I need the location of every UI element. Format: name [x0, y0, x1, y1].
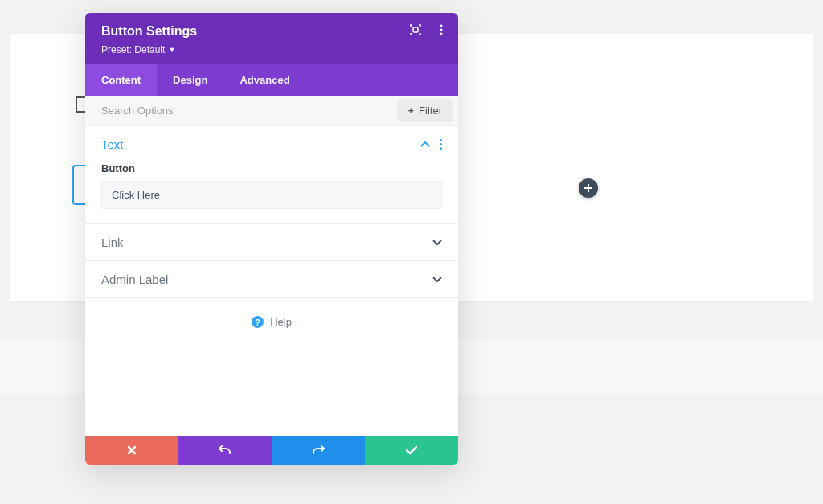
expand-icon[interactable]	[410, 24, 421, 35]
check-icon	[406, 446, 417, 455]
caret-down-icon: ▼	[168, 46, 175, 54]
chevron-up-icon	[420, 141, 430, 148]
redo-button[interactable]	[272, 436, 365, 465]
svg-rect-0	[413, 27, 418, 32]
button-field-label: Button	[101, 162, 442, 174]
filter-label: Filter	[419, 104, 442, 117]
chevron-down-icon	[432, 277, 442, 283]
section-title: Link	[101, 236, 124, 249]
help-link[interactable]: ? Help	[85, 298, 458, 360]
sections-list: Text Button Lin	[85, 126, 458, 436]
tab-design[interactable]: Design	[157, 64, 223, 96]
svg-point-3	[440, 33, 443, 35]
preset-dropdown[interactable]: Preset: Default ▼	[101, 44, 175, 55]
section-title: Admin Label	[101, 272, 168, 286]
plus-icon	[583, 183, 593, 193]
search-row: + Filter	[85, 96, 458, 126]
button-settings-modal: Button Settings Preset: Default ▼ Conten…	[85, 13, 458, 465]
modal-header: Button Settings Preset: Default ▼	[85, 13, 458, 64]
help-label: Help	[270, 316, 292, 328]
svg-point-5	[440, 143, 442, 145]
section-text-header[interactable]: Text	[85, 126, 458, 162]
section-kebab-icon[interactable]	[440, 139, 442, 150]
add-module-button[interactable]	[579, 178, 598, 198]
button-text-input[interactable]	[101, 181, 442, 209]
preset-label: Preset: Default	[101, 44, 165, 55]
undo-icon	[219, 444, 231, 457]
search-input[interactable]	[85, 96, 392, 125]
section-link-header[interactable]: Link	[85, 224, 458, 260]
svg-point-4	[440, 139, 442, 141]
section-admin-label: Admin Label	[85, 261, 458, 298]
kebab-menu-icon[interactable]	[436, 24, 447, 35]
close-icon	[127, 445, 137, 455]
svg-point-2	[440, 29, 443, 31]
section-text-body: Button	[85, 162, 458, 223]
plus-icon: +	[408, 104, 415, 117]
discard-button[interactable]	[85, 436, 178, 465]
section-link: Link	[85, 224, 458, 261]
undo-button[interactable]	[178, 436, 272, 465]
modal-title: Button Settings	[101, 24, 442, 39]
chevron-down-icon	[432, 240, 442, 246]
tab-advanced[interactable]: Advanced	[223, 64, 305, 96]
section-title: Text	[101, 137, 124, 151]
svg-point-6	[440, 147, 442, 150]
section-text: Text Button	[85, 126, 458, 224]
header-actions	[410, 24, 447, 35]
save-button[interactable]	[365, 436, 458, 465]
svg-point-1	[440, 25, 443, 27]
redo-icon	[312, 444, 325, 457]
help-icon: ?	[252, 316, 264, 328]
tab-content[interactable]: Content	[85, 64, 157, 96]
section-admin-label-header[interactable]: Admin Label	[85, 261, 458, 297]
filter-button[interactable]: + Filter	[397, 99, 453, 122]
modal-tabs: Content Design Advanced	[85, 64, 458, 96]
modal-footer	[85, 436, 458, 465]
